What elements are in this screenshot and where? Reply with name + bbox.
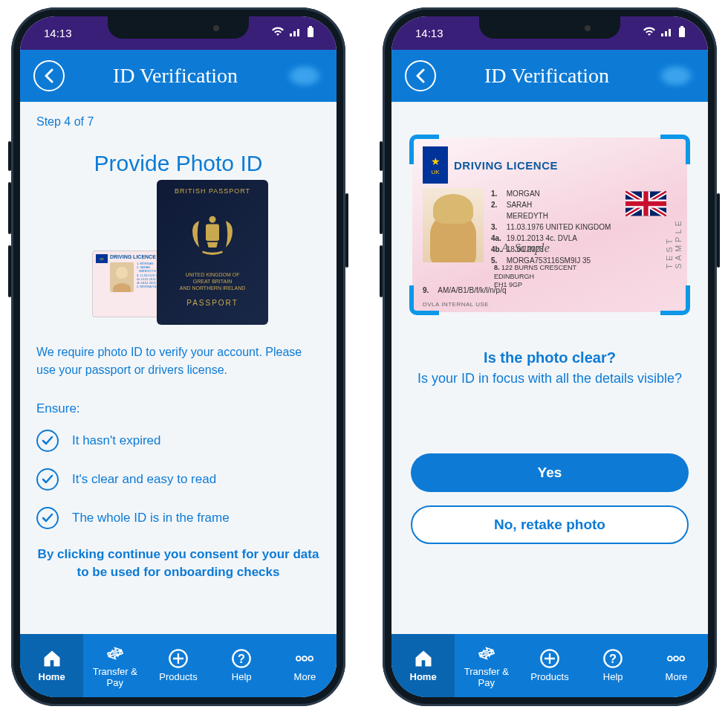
- svg-rect-5: [206, 224, 219, 242]
- plus-circle-icon: [539, 648, 560, 669]
- passport-sample-icon: BRITISH PASSPORT UNITED KINGDOM OF GREAT…: [157, 180, 268, 325]
- svg-point-22: [668, 656, 672, 661]
- svg-point-24: [680, 656, 685, 661]
- svg-point-23: [674, 656, 678, 661]
- photo-check-question: Is the photo clear? Is your ID in focus …: [408, 349, 692, 387]
- nav-home[interactable]: Home: [391, 634, 455, 697]
- app-header: ID Verification: [391, 50, 708, 102]
- check-item: The whole ID is in the frame: [36, 507, 320, 529]
- retake-button[interactable]: No, retake photo: [411, 505, 689, 544]
- more-icon: [666, 648, 686, 669]
- signal-icon: [289, 27, 302, 39]
- back-button[interactable]: [33, 60, 65, 91]
- svg-point-10: [296, 656, 301, 661]
- nav-help[interactable]: ? Help: [210, 634, 273, 697]
- chevron-left-icon: [43, 68, 55, 83]
- nav-home[interactable]: Home: [20, 634, 83, 697]
- more-icon: [294, 648, 315, 669]
- frame-corner-icon: [409, 135, 439, 164]
- frame-corner-icon: [409, 285, 439, 315]
- yes-button[interactable]: Yes: [411, 453, 689, 492]
- svg-text:?: ?: [238, 652, 245, 665]
- battery-icon: [678, 26, 686, 40]
- uk-flag-icon: [625, 191, 666, 216]
- bottom-nav: Home Transfer & Pay Products ? Help More: [20, 634, 337, 697]
- nav-transfer[interactable]: Transfer & Pay: [83, 634, 146, 697]
- help-icon: ?: [231, 648, 252, 669]
- home-icon: [413, 648, 434, 669]
- back-button[interactable]: [405, 60, 436, 91]
- frame-corner-icon: [660, 135, 690, 164]
- ensure-label: Ensure:: [36, 401, 320, 416]
- nav-help[interactable]: ? Help: [582, 634, 645, 697]
- nav-products[interactable]: Products: [146, 634, 209, 697]
- battery-icon: [307, 26, 314, 40]
- transfer-icon: [476, 643, 497, 664]
- nav-products[interactable]: Products: [518, 634, 581, 697]
- svg-rect-17: [680, 26, 683, 28]
- wifi-icon: [643, 27, 656, 39]
- signal-icon: [660, 27, 674, 39]
- consent-text: By clicking continue you consent for you…: [36, 546, 320, 581]
- phone-right: 14:13 ID Verification ★ UK: [383, 7, 717, 706]
- status-time: 14:13: [415, 27, 443, 39]
- svg-rect-4: [309, 26, 312, 28]
- svg-rect-0: [290, 33, 292, 36]
- page-title: ID Verification: [113, 64, 238, 88]
- svg-point-12: [309, 656, 313, 661]
- licence-photo: [423, 188, 484, 262]
- bottom-nav: Home Transfer & Pay Products ? Help More: [391, 634, 708, 697]
- transfer-icon: [105, 643, 126, 664]
- svg-rect-15: [669, 29, 671, 36]
- svg-text:?: ?: [609, 652, 617, 665]
- frame-corner-icon: [660, 285, 690, 315]
- signature: A. Sample: [501, 242, 550, 255]
- check-icon: [36, 507, 59, 529]
- check-icon: [36, 430, 59, 452]
- svg-rect-14: [665, 31, 667, 36]
- svg-rect-16: [679, 28, 685, 37]
- chevron-left-icon: [415, 68, 426, 83]
- plus-circle-icon: [168, 648, 189, 669]
- captured-licence-image: ★ UK DRIVING LICENCE 1. MORGAN 2. SARAH …: [412, 138, 687, 312]
- page-title: ID Verification: [484, 64, 609, 88]
- wifi-icon: [271, 27, 285, 39]
- step-indicator: Step 4 of 7: [36, 115, 320, 129]
- check-item: It's clear and easy to read: [36, 468, 320, 491]
- main-heading: Provide Photo ID: [36, 151, 320, 176]
- check-icon: [36, 468, 59, 491]
- app-logo: [286, 64, 323, 88]
- svg-rect-3: [308, 28, 313, 37]
- app-logo: [657, 64, 695, 88]
- svg-point-11: [302, 656, 307, 661]
- info-text: We require photo ID to verify your accou…: [36, 343, 320, 379]
- nav-more[interactable]: More: [273, 634, 337, 697]
- check-item: It hasn't expired: [36, 430, 320, 452]
- app-header: ID Verification: [20, 50, 337, 102]
- id-capture-preview: ★ UK DRIVING LICENCE 1. MORGAN 2. SARAH …: [412, 138, 687, 312]
- status-time: 14:13: [44, 27, 72, 39]
- nav-more[interactable]: More: [645, 634, 708, 697]
- svg-point-6: [209, 216, 216, 223]
- help-icon: ?: [602, 648, 623, 669]
- svg-rect-1: [293, 31, 296, 36]
- nav-transfer[interactable]: Transfer & Pay: [455, 634, 518, 697]
- svg-rect-13: [661, 33, 663, 36]
- id-sample-images: UKDRIVING LICENCE 1. MORGAN2. SARAH MERE…: [36, 191, 320, 325]
- svg-rect-2: [297, 29, 299, 36]
- phone-left: 14:13 ID Verification Step 4 of 7 Provid…: [11, 7, 345, 706]
- home-icon: [42, 648, 62, 669]
